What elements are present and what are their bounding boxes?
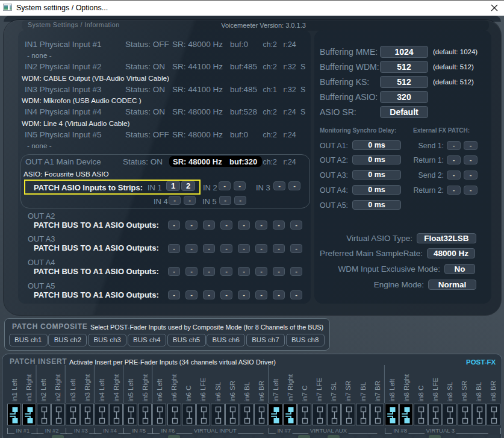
svg-text:in8 Left: in8 Left xyxy=(388,378,396,402)
svg-text:in7 SR: in7 SR xyxy=(344,381,352,402)
svg-text:in7 BR: in7 BR xyxy=(374,381,381,402)
svg-text:in6 Right: in6 Right xyxy=(170,374,178,401)
svg-text:in8 SL: in8 SL xyxy=(446,381,453,401)
svg-text:in6 BR: in6 BR xyxy=(258,381,265,402)
svg-text:in7 BL: in7 BL xyxy=(359,381,367,401)
svg-text:in7 Left: in7 Left xyxy=(272,378,279,402)
svg-text:in8 LFE: in8 LFE xyxy=(432,378,439,402)
svg-text:in2 Right: in2 Right xyxy=(54,374,61,401)
svg-text:in5 Right: in5 Right xyxy=(142,374,149,401)
svg-text:in8 C: in8 C xyxy=(417,386,425,402)
svg-text:in8 SR: in8 SR xyxy=(461,381,468,402)
svg-text:in6 SR: in6 SR xyxy=(229,381,236,402)
svg-text:in8 Right: in8 Right xyxy=(403,374,410,401)
svg-text:in4 Left: in4 Left xyxy=(98,378,105,402)
svg-text:in6 BL: in6 BL xyxy=(243,381,250,401)
svg-text:in6 C: in6 C xyxy=(185,386,192,402)
svg-text:in3 Left: in3 Left xyxy=(69,378,76,402)
svg-text:in6 LFE: in6 LFE xyxy=(199,378,207,402)
svg-text:in4 Right: in4 Right xyxy=(113,374,120,401)
svg-text:in5 Left: in5 Left xyxy=(127,378,134,402)
svg-text:in6 SL: in6 SL xyxy=(214,381,222,401)
svg-text:in7 LFE: in7 LFE xyxy=(316,378,323,402)
svg-text:in7 SL: in7 SL xyxy=(330,381,337,401)
svg-text:in7 C: in7 C xyxy=(301,386,308,402)
svg-text:in7 Right: in7 Right xyxy=(287,374,294,401)
svg-text:in8 BL: in8 BL xyxy=(475,381,482,401)
svg-text:in3 Right: in3 Right xyxy=(84,374,91,401)
svg-text:in1 Right: in1 Right xyxy=(25,374,33,401)
svg-text:in2 Left: in2 Left xyxy=(40,378,47,402)
svg-text:in8 BR: in8 BR xyxy=(490,381,497,402)
svg-text:in1 Left: in1 Left xyxy=(11,378,18,402)
svg-text:in6 Left: in6 Left xyxy=(156,378,163,402)
